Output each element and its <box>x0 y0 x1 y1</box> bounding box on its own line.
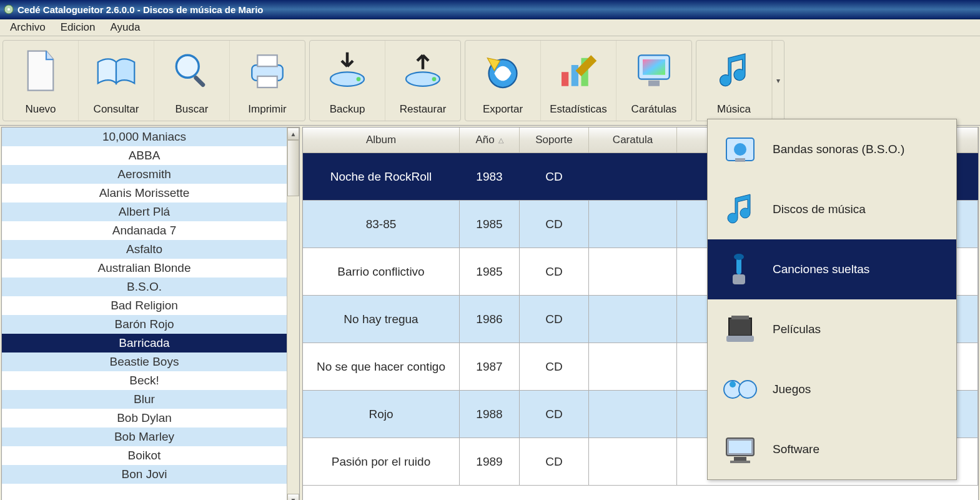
popup-item-label: Películas <box>765 322 956 336</box>
toolbar: Nuevo Consultar Buscar Imprimir Backu <box>0 36 980 126</box>
popup-item[interactable]: Bandas sonoras (B.S.O.) <box>708 119 956 179</box>
artist-row[interactable]: Barón Rojo <box>2 315 287 334</box>
svg-rect-26 <box>731 316 749 319</box>
scroll-up-button[interactable]: ▲ <box>287 128 299 140</box>
artist-row[interactable]: Boikot <box>2 446 287 465</box>
menu-edicion[interactable]: Edicion <box>56 20 106 35</box>
exportar-label: Exportar <box>483 103 523 116</box>
imprimir-label: Imprimir <box>248 103 286 116</box>
popup-item-label: Canciones sueltas <box>765 262 956 276</box>
buscar-button[interactable]: Buscar <box>154 41 230 121</box>
restaurar-label: Restaurar <box>400 103 447 116</box>
svg-rect-33 <box>730 461 750 463</box>
scrollbar[interactable]: ▲ ▼ <box>287 128 299 500</box>
artist-row[interactable]: Australian Blonde <box>2 259 287 278</box>
cell-album: 83-85 <box>303 201 460 248</box>
restaurar-button[interactable]: Restaurar <box>385 41 460 121</box>
artist-row[interactable]: Asfalto <box>2 240 287 259</box>
musica-button[interactable]: Música <box>696 41 772 121</box>
consultar-button[interactable]: Consultar <box>79 41 154 121</box>
cell-album: No hay tregua <box>303 296 460 342</box>
toolbar-group-tools: Exportar Estadísticas Carátulas <box>465 40 692 121</box>
svg-point-22 <box>734 254 744 260</box>
artist-row[interactable]: Bob Dylan <box>2 409 287 428</box>
cell-caratula <box>589 391 677 438</box>
svg-rect-12 <box>562 72 568 86</box>
artist-row[interactable]: Bad Religion <box>2 296 287 315</box>
exportar-button[interactable]: Exportar <box>465 41 541 121</box>
menu-ayuda[interactable]: Ayuda <box>105 20 150 35</box>
cell-caratula <box>589 438 677 485</box>
cell-ano: 1983 <box>460 153 520 200</box>
svg-rect-31 <box>729 441 751 453</box>
cell-ano: 1987 <box>460 343 520 390</box>
popup-item-icon <box>715 129 765 169</box>
col-caratula[interactable]: Caratula <box>589 128 677 152</box>
toolbar-group-backup: Backup Restaurar <box>309 40 461 121</box>
imprimir-button[interactable]: Imprimir <box>230 41 305 121</box>
popup-item-icon <box>715 249 765 289</box>
cell-soporte: CD <box>520 153 589 200</box>
new-file-icon <box>18 41 63 101</box>
backup-button[interactable]: Backup <box>310 41 385 121</box>
artist-row[interactable]: Beck! <box>2 371 287 390</box>
cell-soporte: CD <box>520 201 589 248</box>
popup-item-icon <box>715 429 765 469</box>
svg-point-19 <box>734 143 746 156</box>
cell-caratula <box>589 296 677 342</box>
scroll-down-button[interactable]: ▼ <box>287 494 299 500</box>
estadisticas-button[interactable]: Estadísticas <box>541 41 616 121</box>
consultar-label: Consultar <box>94 103 139 116</box>
artist-row[interactable]: ABBA <box>2 146 287 165</box>
menubar: Archivo Edicion Ayuda <box>0 19 980 36</box>
svg-rect-23 <box>733 274 745 284</box>
caratulas-button[interactable]: Carátulas <box>616 41 691 121</box>
artist-row[interactable]: Alanis Morissette <box>2 184 287 202</box>
cell-album: No se que hacer contigo <box>303 343 460 390</box>
open-book-icon <box>94 41 139 101</box>
artist-row[interactable]: Bob Marley <box>2 428 287 446</box>
export-ie-icon <box>480 41 525 101</box>
musica-dropdown-popup: Bandas sonoras (B.S.O.)Discos de músicaC… <box>707 119 957 480</box>
artist-row[interactable]: Blur <box>2 390 287 409</box>
artist-row[interactable]: Beastie Boys <box>2 352 287 371</box>
cell-ano: 1988 <box>460 391 520 438</box>
svg-point-28 <box>739 381 756 398</box>
monitor-icon <box>631 41 676 101</box>
cell-ano: 1986 <box>460 296 520 342</box>
col-album[interactable]: Album <box>303 128 460 152</box>
musica-dropdown-arrow[interactable]: ▾ <box>772 41 784 121</box>
caratulas-label: Carátulas <box>631 103 677 116</box>
col-soporte[interactable]: Soporte <box>520 128 589 152</box>
scroll-thumb[interactable] <box>287 140 299 196</box>
cell-soporte: CD <box>520 391 589 438</box>
popup-item[interactable]: Canciones sueltas <box>708 239 956 299</box>
toolbar-group-musica: Música ▾ <box>696 40 784 121</box>
svg-rect-13 <box>572 65 578 86</box>
artist-row[interactable]: Barricada <box>2 334 287 352</box>
popup-item-label: Bandas sonoras (B.S.O.) <box>765 142 956 156</box>
artist-row[interactable]: Aerosmith <box>2 165 287 184</box>
popup-item[interactable]: Discos de música <box>708 179 956 239</box>
music-note-icon <box>711 41 756 101</box>
popup-item[interactable]: Películas <box>708 299 956 359</box>
artist-row[interactable]: 10,000 Maniacs <box>2 128 287 146</box>
cell-album: Barrio conflictivo <box>303 248 460 295</box>
artist-row[interactable]: Bon Jovi <box>2 465 287 484</box>
nuevo-label: Nuevo <box>25 103 56 116</box>
svg-rect-25 <box>726 336 754 342</box>
musica-label: Música <box>717 103 751 116</box>
col-ano[interactable]: Año△ <box>460 128 520 152</box>
svg-point-1 <box>7 8 10 11</box>
drive-down-icon <box>325 41 370 101</box>
popup-item[interactable]: Juegos <box>708 359 956 419</box>
buscar-label: Buscar <box>176 103 209 116</box>
svg-rect-17 <box>648 81 660 86</box>
menu-archivo[interactable]: Archivo <box>5 20 56 35</box>
popup-item[interactable]: Software <box>708 419 956 479</box>
artist-row[interactable]: Albert Plá <box>2 202 287 221</box>
popup-item-icon <box>715 369 765 409</box>
artist-row[interactable]: B.S.O. <box>2 278 287 296</box>
artist-row[interactable]: Andanada 7 <box>2 221 287 240</box>
nuevo-button[interactable]: Nuevo <box>3 41 79 121</box>
